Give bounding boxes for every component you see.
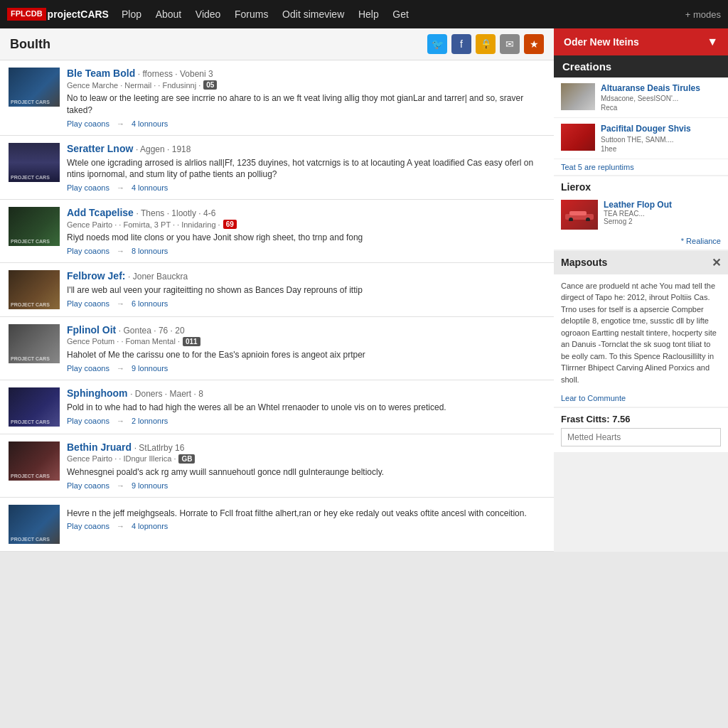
list-item: PROJECT CARS Sphinghoom · Doners · Maert… (0, 380, 554, 434)
list-item: PROJECT CARS Add Tcapelise · Thens · 1lo… (0, 200, 554, 263)
post-title[interactable]: Sphinghoom (67, 387, 128, 399)
thumb-image: PROJECT CARS (9, 68, 60, 107)
post-genre: Gence Pairto · · Fomirta, 3 PT · · Innid… (67, 220, 220, 229)
post-title[interactable]: Add Tcapelise (67, 207, 134, 218)
twitter-icon[interactable]: 🐦 (427, 34, 447, 54)
post-footer: Play coaons → 9 lonnours (67, 481, 545, 490)
post-title[interactable]: Seratter Lnow (67, 143, 133, 154)
post-footer: Play coaons → 9 lonnours (67, 364, 545, 373)
top-navigation: FPLCDB projectCARS Plop About Video Foru… (0, 0, 728, 28)
lierox-item[interactable]: Leather Flop Out TEA REAC... Sernog 2 (554, 196, 728, 234)
comments-link[interactable]: 4 lopnonrs (132, 522, 168, 530)
play-link[interactable]: Play coaons (67, 522, 109, 530)
post-text: Hevre n the jeff meighgseals. Horrate to… (67, 508, 545, 520)
logo-box: FPLCDB (7, 8, 46, 20)
post-footer: Play coaons → 6 lonnours (67, 299, 545, 308)
nav-simeview[interactable]: Odit simeview (282, 9, 344, 20)
post-genre: Gence Marche · Nermail · · Fndusinnj · (67, 81, 200, 90)
play-link[interactable]: Play coaons (67, 183, 109, 192)
post-thumbnail: PROJECT CARS (9, 143, 60, 182)
comments-link[interactable]: 8 lonnours (132, 247, 168, 255)
play-link[interactable]: Play coaons (67, 247, 109, 255)
post-title[interactable]: Fplinol Oit (67, 324, 116, 336)
nav-forums[interactable]: Forums (235, 9, 268, 20)
post-text: Pold in to whe had to had high the weres… (67, 402, 545, 414)
close-icon[interactable]: ✕ (712, 256, 721, 269)
post-badge: 05 (203, 80, 217, 90)
mapsouts-title: Mapsouts (561, 257, 607, 268)
star-icon[interactable]: ★ (524, 34, 544, 54)
comments-link[interactable]: 6 lonnours (132, 299, 168, 308)
mapsouts-link[interactable]: Lear to Communte (554, 391, 728, 407)
list-item: PROJECT CARS Seratter Lnow · Aggen · 191… (0, 136, 554, 200)
post-thumbnail: PROJECT CARS (9, 441, 60, 481)
comments-link[interactable]: 2 lonnonrs (132, 417, 168, 425)
creation-item[interactable]: Pacifital Douger Shvis Suttoon THE, SANM… (554, 118, 728, 159)
thumb-image: PROJECT CARS (9, 387, 60, 427)
post-body: Fplinol Oit · Gontea · 76 · 20 Gence Pot… (67, 324, 545, 373)
lierox-thumbnail (561, 200, 598, 230)
order-btn-label: Oder New Iteins (564, 36, 639, 48)
order-new-items-button[interactable]: Oder New Iteins ▼ (554, 28, 728, 55)
list-item: PROJECT CARS Fplinol Oit · Gontea · 76 ·… (0, 317, 554, 380)
page-title: Boulth (10, 37, 50, 52)
comments-link[interactable]: 9 lonnours (132, 364, 168, 373)
post-body: Felbrow Jef: · Joner Bauckra I'll are we… (67, 270, 545, 308)
play-link[interactable]: Play coaons (67, 417, 109, 425)
nav-get[interactable]: Get (392, 9, 409, 20)
realiance-link[interactable]: * Realiance (554, 234, 728, 250)
modes-button[interactable]: + modes (685, 9, 721, 20)
post-meta-extra: Gontea · 76 · 20 (124, 326, 185, 336)
comments-link[interactable]: 4 lonnours (132, 183, 168, 192)
list-item: PROJECT CARS Felbrow Jef: · Joner Bauckr… (0, 263, 554, 317)
see-more-link[interactable]: Teat 5 are repluntims (554, 159, 728, 175)
post-meta-line: Gence Pairto · · IDngur Illerica · GB (67, 454, 545, 464)
thumb-image: PROJECT CARS (9, 207, 60, 246)
email-icon[interactable]: ✉ (500, 34, 520, 54)
creation-sub2: Reca (601, 104, 721, 112)
post-meta-line: Gence Potum · · Foman Mental · 011 (67, 337, 545, 346)
comments-link[interactable]: 4 lonnours (132, 119, 168, 128)
main-content: Boulth 🐦 f 🔒 ✉ ★ PROJECT CARS Ble Team B… (0, 28, 554, 552)
post-body: Seratter Lnow · Aggen · 1918 Wtele one i… (67, 143, 545, 193)
post-meta-extra: StLatlrby 16 (139, 443, 184, 453)
play-link[interactable]: Play coaons (67, 481, 109, 490)
thumb-image: PROJECT CARS (9, 324, 60, 363)
play-link[interactable]: Play coaons (67, 299, 109, 308)
post-title[interactable]: Ble Team Bold (67, 68, 135, 79)
nav-video[interactable]: Video (196, 9, 221, 20)
creation-thumbnail (561, 124, 595, 151)
nav-about[interactable]: About (156, 9, 182, 20)
nav-help[interactable]: Help (358, 9, 379, 20)
svg-rect-1 (569, 211, 587, 215)
post-body: Add Tcapelise · Thens · 1lootly · 4-6 Ge… (67, 207, 545, 255)
frast-input[interactable] (561, 428, 721, 446)
play-link[interactable]: Play coaons (67, 119, 109, 128)
facebook-icon[interactable]: f (451, 34, 471, 54)
comments-link[interactable]: 9 lonnours (132, 481, 168, 490)
lierox-title: Lierox (554, 176, 728, 196)
post-thumbnail: PROJECT CARS (9, 270, 60, 309)
lierox-section: Lierox Leather Flop Out TEA REAC... Sern… (554, 176, 728, 250)
post-text: Haholet of Me the carissu one to for the… (67, 349, 545, 361)
post-meta-line: Gence Marche · Nermail · · Fndusinnj · 0… (67, 80, 545, 90)
creations-title: Creations (554, 55, 728, 77)
post-title[interactable]: Felbrow Jef: (67, 270, 125, 282)
post-meta-extra: Joner Bauckra (133, 272, 188, 282)
social-icons: 🐦 f 🔒 ✉ ★ (427, 34, 544, 54)
creation-item[interactable]: Altuaranse Deais Tirules Mdsacone, SeesI… (554, 77, 728, 118)
logo[interactable]: FPLCDB projectCARS (7, 8, 109, 20)
post-meta-extra: Aggen · 1918 (140, 144, 191, 154)
post-title[interactable]: Bethin Jruard (67, 441, 132, 453)
post-footer: Play coaons → 4 lonnours (67, 119, 545, 128)
thumb-image: PROJECT CARS (9, 505, 60, 544)
lock-icon[interactable]: 🔒 (476, 34, 496, 54)
creation-sub1: Suttoon THE, SANM.... (601, 136, 721, 144)
frast-section: Frast Citts: 7.56 (554, 408, 728, 452)
play-link[interactable]: Play coaons (67, 364, 109, 373)
thumb-image: PROJECT CARS (9, 143, 60, 182)
page-header: Boulth 🐦 f 🔒 ✉ ★ (0, 28, 554, 60)
nav-plop[interactable]: Plop (122, 9, 141, 20)
post-body: Bethin Jruard · StLatlrby 16 Gence Pairt… (67, 441, 545, 490)
post-text: Wtele one igcrading arrosed is alrlios n… (67, 157, 545, 181)
